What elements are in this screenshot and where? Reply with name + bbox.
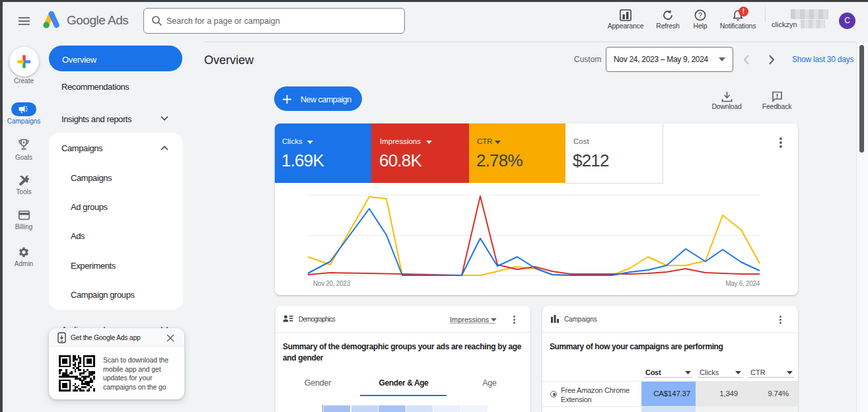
- svg-text:?: ?: [698, 11, 702, 19]
- svg-text:Nov 20, 2023: Nov 20, 2023: [313, 280, 351, 287]
- svg-text:May 6, 2024: May 6, 2024: [725, 280, 760, 287]
